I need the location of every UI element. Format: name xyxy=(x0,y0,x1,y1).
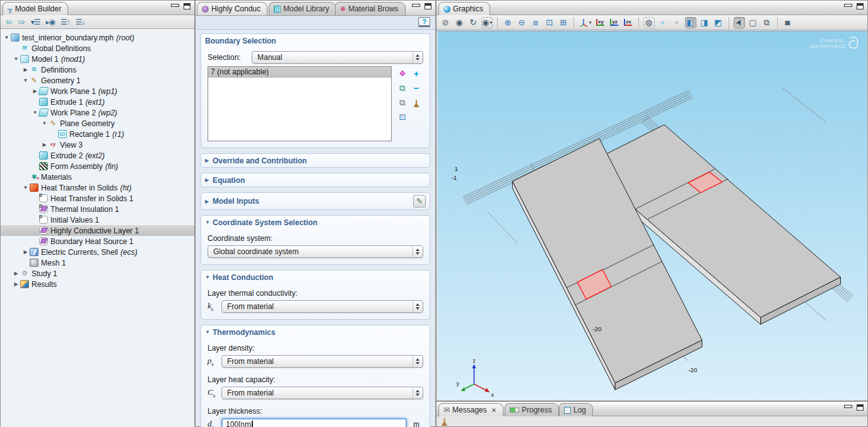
visibility-icon[interactable]: ◉ xyxy=(454,17,465,28)
minimize-icon[interactable] xyxy=(171,3,179,9)
selection-combo[interactable]: Manual xyxy=(252,51,423,64)
heat-conduction-header[interactable]: Heat Conduction xyxy=(201,271,430,284)
tree-item-geometry-1[interactable]: Geometry 1 xyxy=(1,75,194,86)
tree-item-boundary-heat-source-1[interactable]: Boundary Heat Source 1 xyxy=(1,236,194,247)
tree-item-form-assembly[interactable]: Form Assembly (fin) xyxy=(1,161,194,172)
tree-item-work-plane-1[interactable]: Work Plane 1 (wp1) xyxy=(1,86,194,97)
snapshot-icon[interactable]: ◙ xyxy=(782,17,794,28)
selection-list-item[interactable]: 7 (not applicable) xyxy=(208,67,391,78)
tree-item-root[interactable]: test_interior_boundary.mph (root) xyxy=(1,32,194,43)
collapse-all-icon[interactable]: ▾☰ xyxy=(31,18,40,26)
tab-log[interactable]: Log xyxy=(559,403,593,416)
tree-item-study-1[interactable]: Study 1 xyxy=(1,268,194,279)
deselect-icon[interactable]: ▢ xyxy=(748,17,759,28)
tree-item-view-3[interactable]: View 3 xyxy=(1,139,194,150)
zoom-in-icon[interactable]: ⊕ xyxy=(502,17,513,28)
maximize-icon[interactable] xyxy=(184,3,191,9)
density-combo[interactable]: From material xyxy=(221,355,423,368)
tree-item-extrude-1[interactable]: Extrude 1 (ext1) xyxy=(1,97,194,107)
wireframe-icon[interactable]: ● xyxy=(671,17,683,28)
expand-arrow[interactable] xyxy=(22,185,29,190)
select-edges-icon[interactable]: ◩ xyxy=(713,17,724,28)
tree-item-mesh-1[interactable]: Mesh 1 xyxy=(1,257,194,268)
model-inputs-header[interactable]: Model Inputs xyxy=(201,193,430,209)
select-icon[interactable]: ➤ xyxy=(734,17,745,28)
select-box-icon[interactable]: ⧉ xyxy=(761,17,773,28)
clear-messages-icon[interactable] xyxy=(442,418,447,426)
tree-item-work-plane-2[interactable]: Work Plane 2 (wp2) xyxy=(1,107,194,118)
tree-item-model-1[interactable]: Model 1 (mod1) xyxy=(1,54,194,64)
expand-arrow[interactable] xyxy=(3,35,10,40)
equation-header[interactable]: Equation xyxy=(201,173,430,187)
paste-selection-icon[interactable]: ⧉ xyxy=(399,98,405,107)
graphics-canvas[interactable]: COMSOL MULTIPHYSICS xyxy=(437,31,867,401)
tree-item-materials[interactable]: Materials xyxy=(1,172,194,182)
tree-item-electric-currents-shell[interactable]: Electric Currents, Shell (ecs) xyxy=(1,247,194,257)
tree-item-heat-transfer-1[interactable]: Heat Transfer in Solids 1 xyxy=(1,193,194,204)
default-view-icon[interactable]: ▾ xyxy=(578,17,592,28)
tree-item-results[interactable]: Results xyxy=(1,279,194,290)
collapse-arrow[interactable] xyxy=(32,88,38,94)
move-down-icon[interactable]: ☰↓ xyxy=(76,18,85,26)
zoom-extents-icon[interactable]: ⊞ xyxy=(558,17,569,28)
tree-item-thermal-insulation-1[interactable]: Thermal Insulation 1 xyxy=(1,204,194,214)
copy-selection-icon[interactable]: ⧉ xyxy=(399,84,405,93)
remove-from-selection-icon[interactable]: − xyxy=(414,84,419,93)
tab-messages[interactable]: ✉ Messages ✕ xyxy=(438,403,503,416)
transparency-icon[interactable]: ⊘ xyxy=(440,17,451,28)
tree-item-highly-conductive-layer-1[interactable]: Highly Conductive Layer 1 xyxy=(1,225,194,236)
show-options-icon[interactable]: ▸◉ xyxy=(46,18,56,26)
tree-item-global-definitions[interactable]: Global Definitions xyxy=(1,43,194,54)
expand-arrow[interactable] xyxy=(32,110,38,115)
tree-item-initial-values-1[interactable]: Initial Values 1 xyxy=(1,214,194,225)
zoom-selected-icon[interactable]: ⊡ xyxy=(544,17,555,28)
coordinate-system-header[interactable]: Coordinate System Selection xyxy=(201,216,430,229)
collapse-arrow[interactable] xyxy=(22,249,29,255)
active-selection-icon[interactable]: ❖ xyxy=(399,69,406,78)
tab-highly-conductive[interactable]: Highly Conduc xyxy=(197,2,267,15)
add-to-selection-icon[interactable]: + xyxy=(414,69,419,78)
collapse-arrow[interactable] xyxy=(22,67,29,73)
tab-material-browser[interactable]: ❋ Material Brows xyxy=(335,2,406,15)
expand-arrow[interactable] xyxy=(22,78,29,83)
override-contribution-header[interactable]: Override and Contribution xyxy=(201,154,430,167)
edit-model-inputs-icon[interactable]: ✎ xyxy=(413,195,426,208)
conductivity-combo[interactable]: From material xyxy=(221,300,423,313)
minimize-icon[interactable] xyxy=(844,3,852,9)
thickness-input[interactable]: 100[nm xyxy=(221,418,407,427)
tab-model-library[interactable]: Model Library xyxy=(269,2,336,15)
boundary-selection-list[interactable]: 7 (not applicable) xyxy=(208,66,392,141)
zoom-box-icon[interactable]: ⧈ xyxy=(530,17,541,28)
minimize-icon[interactable] xyxy=(844,404,852,410)
tree-item-rectangle-1[interactable]: Rectangle 1 (r1) xyxy=(1,129,194,139)
tree-item-plane-geometry[interactable]: Plane Geometry xyxy=(1,118,194,129)
collapse-arrow[interactable] xyxy=(41,142,48,148)
maximize-icon[interactable] xyxy=(857,404,864,411)
maximize-icon[interactable] xyxy=(857,3,864,9)
minimize-icon[interactable] xyxy=(412,3,419,9)
expand-arrow[interactable] xyxy=(13,56,20,62)
capacity-combo[interactable]: From material xyxy=(221,387,423,399)
tree-item-heat-transfer[interactable]: Heat Transfer in Solids (ht) xyxy=(1,182,194,193)
transparency-sphere-icon[interactable]: ● xyxy=(657,17,669,28)
coordinate-system-combo[interactable]: Global coordinate system xyxy=(208,245,423,258)
tab-progress[interactable]: Progress xyxy=(505,403,559,416)
clear-selection-icon[interactable] xyxy=(414,100,419,107)
expand-arrow[interactable] xyxy=(41,120,48,126)
go-yz-view-icon[interactable]: yz xyxy=(609,17,620,28)
scene-light-icon[interactable]: ◍ xyxy=(643,17,655,28)
help-icon[interactable]: ? xyxy=(418,17,430,27)
tree-item-extrude-2[interactable]: Extrude 2 (ext2) xyxy=(1,150,194,161)
boundary-selection-header[interactable]: Boundary Selection xyxy=(201,34,430,47)
thermodynamics-header[interactable]: Thermodynamics xyxy=(201,325,430,339)
close-icon[interactable]: ✕ xyxy=(491,407,496,414)
select-boundaries-icon[interactable]: ◨ xyxy=(699,17,710,28)
model-builder-tab[interactable]: ╥ Model Builder xyxy=(3,2,68,15)
tree-item-definitions[interactable]: Definitions xyxy=(1,64,194,75)
refresh-view-icon[interactable]: ↻ xyxy=(467,17,479,28)
collapse-arrow[interactable] xyxy=(13,281,20,287)
collapse-arrow[interactable] xyxy=(13,271,20,276)
maximize-icon[interactable] xyxy=(425,3,431,9)
move-up-icon[interactable]: ☰↑ xyxy=(61,18,70,26)
zoom-to-selection-icon[interactable]: ⊡ xyxy=(399,113,406,122)
